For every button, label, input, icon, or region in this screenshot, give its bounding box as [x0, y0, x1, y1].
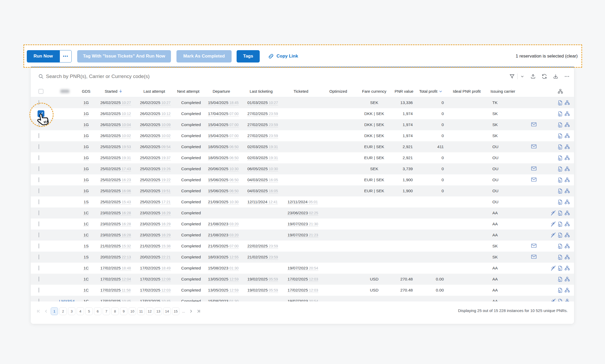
select-all-checkbox[interactable]	[39, 89, 43, 94]
hierarchy-icon[interactable]	[565, 255, 570, 259]
row-checkbox[interactable]	[39, 210, 39, 215]
history-document-icon[interactable]	[558, 111, 563, 117]
table-row[interactable]: 1G26/02/2025 10:2726/02/2025 10:27Comple…	[31, 97, 574, 108]
column-header-nextatt[interactable]: Next attempt	[177, 89, 199, 93]
table-row[interactable]: 1C17/02/2025 18:4817/02/2025 18:49Comple…	[31, 263, 574, 274]
table-row[interactable]: 1C17/02/2025 12:0417/02/2025 12:08Comple…	[31, 274, 574, 285]
hierarchy-icon[interactable]	[565, 277, 570, 282]
hierarchy-icon[interactable]	[565, 222, 570, 226]
hierarchy-icon[interactable]	[565, 211, 570, 215]
history-document-icon[interactable]	[558, 133, 563, 139]
table-row[interactable]: 1S20/02/2025 22:1320/02/2025 22:21Comple…	[31, 252, 574, 263]
history-document-icon[interactable]	[558, 266, 563, 271]
row-checkbox[interactable]	[39, 199, 39, 204]
column-header-lastatt[interactable]: Last attempt	[143, 89, 165, 93]
page-button-15[interactable]: 15	[172, 307, 179, 315]
column-header-lastticket[interactable]: Last ticketing	[250, 89, 273, 93]
selection-status[interactable]: 1 reservation is selected (clear)	[516, 50, 578, 63]
history-document-icon[interactable]	[558, 277, 563, 282]
table-row[interactable]: 1G25/02/2025 16:2325/02/2025 19:22Comple…	[31, 174, 574, 185]
page-button-5[interactable]: 5	[85, 307, 93, 315]
hierarchy-icon[interactable]	[565, 100, 570, 105]
email-icon[interactable]	[531, 243, 537, 249]
column-header-pnr[interactable]	[60, 90, 69, 93]
row-checkbox[interactable]	[39, 144, 39, 149]
email-icon[interactable]	[531, 144, 537, 150]
page-button-7[interactable]: 7	[103, 307, 110, 315]
hierarchy-icon[interactable]	[565, 178, 570, 182]
more-icon[interactable]	[564, 74, 570, 79]
last-page-button[interactable]	[195, 307, 202, 315]
column-header-value[interactable]: PNR value	[395, 89, 414, 93]
row-checkbox[interactable]	[39, 177, 39, 182]
history-document-icon[interactable]	[558, 122, 563, 128]
hierarchy-icon[interactable]	[565, 288, 570, 293]
history-document-icon[interactable]	[558, 166, 563, 172]
column-header-started[interactable]: Started	[105, 89, 123, 93]
row-checkbox[interactable]	[39, 188, 39, 193]
page-button-11[interactable]: 11	[137, 307, 145, 315]
table-row[interactable]: 1G25/02/2025 19:3125/02/2025 19:37Comple…	[31, 152, 574, 163]
no-flight-icon[interactable]: ✈	[551, 232, 556, 238]
page-button-1[interactable]: 1	[51, 307, 58, 315]
row-checkbox[interactable]	[39, 232, 39, 237]
page-button-13[interactable]: 13	[155, 307, 162, 315]
column-header-profit[interactable]: Total profit	[419, 89, 442, 93]
table-row[interactable]: 1G25/02/2025 19:5326/02/2025 09:54Comple…	[31, 141, 574, 152]
row-checkbox-checked[interactable]	[38, 110, 44, 117]
table-row[interactable]: 1G26/02/2025 10:0426/02/2025 10:09Comple…	[31, 119, 574, 130]
page-button-14[interactable]: 14	[163, 307, 171, 315]
history-document-icon[interactable]	[558, 177, 563, 183]
page-button-3[interactable]: 3	[68, 307, 75, 315]
column-header-actions[interactable]	[558, 89, 574, 94]
email-icon[interactable]	[531, 177, 537, 183]
table-row[interactable]: 1C23/02/2025 16:2823/02/2025 16:29Comple…	[31, 219, 574, 230]
table-row[interactable]: 1S25/02/2025 15:4325/02/2025 17:21Comple…	[31, 196, 574, 207]
row-checkbox[interactable]	[39, 221, 39, 226]
search-input[interactable]	[46, 74, 464, 79]
column-header-optimized[interactable]: Optimized	[329, 89, 347, 93]
history-document-icon[interactable]	[558, 232, 563, 238]
column-header-carrier[interactable]: Issuing carrier	[491, 89, 515, 93]
history-document-icon[interactable]	[558, 188, 563, 194]
hierarchy-icon[interactable]	[565, 189, 570, 193]
run-now-button[interactable]: Run Now	[27, 50, 60, 63]
row-checkbox[interactable]	[39, 133, 39, 138]
hierarchy-icon[interactable]	[565, 155, 570, 160]
table-row[interactable]: 1C17/02/2025 11:5817/02/2025 12:03Comple…	[31, 285, 574, 296]
hierarchy-icon[interactable]	[565, 133, 570, 138]
history-document-icon[interactable]	[558, 199, 563, 205]
email-icon[interactable]	[531, 166, 537, 172]
email-icon[interactable]	[531, 122, 537, 128]
row-checkbox[interactable]	[39, 243, 39, 248]
hierarchy-icon[interactable]	[558, 89, 568, 94]
mark-as-completed-button[interactable]: Mark As Completed	[176, 50, 232, 63]
history-document-icon[interactable]	[558, 155, 563, 161]
history-document-icon[interactable]	[558, 288, 563, 293]
first-page-button[interactable]	[35, 307, 42, 315]
table-row[interactable]: 1G26/02/2025 10:1226/02/2025 10:12Comple…	[31, 108, 574, 119]
column-header-ideal[interactable]: Ideal PNR profit	[453, 89, 481, 93]
hierarchy-icon[interactable]	[565, 244, 570, 248]
column-header-gds[interactable]: GDS	[82, 89, 91, 93]
history-document-icon[interactable]	[558, 243, 563, 249]
no-flight-icon[interactable]: ✈	[551, 210, 556, 216]
table-row[interactable]: 1G25/02/2025 16:0625/02/2025 19:51Comple…	[31, 185, 574, 196]
row-checkbox[interactable]	[39, 266, 39, 271]
history-document-icon[interactable]	[558, 144, 563, 150]
row-checkbox[interactable]	[39, 277, 39, 282]
page-button-10[interactable]: 10	[129, 307, 136, 315]
table-row[interactable]: 1C23/02/2025 16:2823/02/2025 16:29Comple…	[31, 207, 574, 219]
hierarchy-icon[interactable]	[565, 200, 570, 204]
row-checkbox[interactable]	[39, 166, 39, 171]
hierarchy-icon[interactable]	[565, 167, 570, 171]
hierarchy-icon[interactable]	[565, 266, 570, 271]
row-checkbox[interactable]	[39, 254, 39, 259]
row-checkbox[interactable]	[39, 288, 39, 293]
history-document-icon[interactable]	[558, 254, 563, 260]
copy-link-button[interactable]: Copy Link	[268, 50, 298, 63]
page-button-9[interactable]: 9	[120, 307, 127, 315]
table-row[interactable]: 1G26/02/2025 10:0226/02/2025 10:02Comple…	[31, 130, 574, 141]
page-button-12[interactable]: 12	[146, 307, 153, 315]
hierarchy-icon[interactable]	[565, 144, 570, 149]
